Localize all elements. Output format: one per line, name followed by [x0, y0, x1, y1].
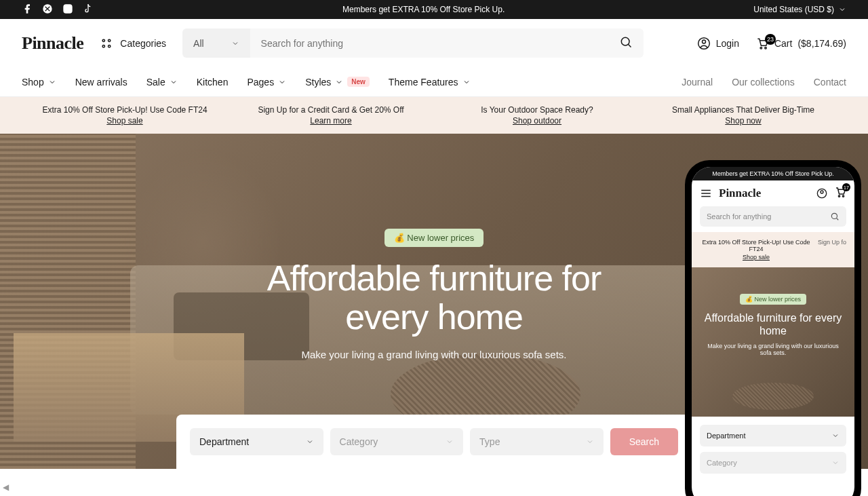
nav-item-styles[interactable]: StylesNew	[305, 77, 370, 88]
x-icon[interactable]	[42, 3, 53, 16]
promo-item: Extra 10% Off Store Pick-Up! Use Code FT…	[22, 105, 228, 126]
cart-label: Cart	[774, 38, 792, 49]
svg-point-10	[702, 40, 705, 43]
phone-finder-cat-label: Category	[707, 459, 737, 467]
nav-label: Shop	[22, 77, 44, 88]
promo-link[interactable]: Learn more	[228, 116, 434, 126]
chevron-down-icon	[306, 438, 314, 446]
svg-point-16	[842, 195, 844, 197]
top-bar: Members get EXTRA 10% Off Store Pick Up.…	[0, 0, 868, 19]
instagram-icon[interactable]	[62, 3, 73, 16]
promo-link[interactable]: Shop now	[640, 116, 846, 126]
locale-selector[interactable]: United States (USD $)	[753, 5, 846, 14]
search-category-select[interactable]: All	[182, 28, 250, 58]
chevron-down-icon	[170, 78, 178, 86]
nav-item-kitchen[interactable]: Kitchen	[197, 77, 229, 88]
categories-button[interactable]: Categories	[100, 37, 166, 50]
finder-department-label: Department	[199, 436, 249, 447]
svg-point-8	[621, 37, 629, 45]
nav-label: Theme Features	[389, 77, 458, 88]
nav-label: New arrivals	[75, 77, 127, 88]
user-icon[interactable]	[816, 188, 827, 199]
nav-label: Styles	[305, 77, 331, 88]
nav-item-theme-features[interactable]: Theme Features	[389, 77, 471, 88]
phone-search[interactable]: Search for anything	[700, 206, 846, 227]
nav-item-new-arrivals[interactable]: New arrivals	[75, 77, 127, 88]
facebook-icon[interactable]	[22, 3, 33, 16]
user-icon	[697, 37, 711, 50]
svg-point-11	[760, 47, 762, 49]
phone-screen: Members get EXTRA 10% Off Store Pick Up.…	[692, 167, 854, 469]
cart-button[interactable]: 23 Cart ($8,174.69)	[755, 37, 846, 50]
logo[interactable]: Pinnacle	[22, 33, 83, 54]
phone-hero-sub: Make your living a grand living with our…	[692, 343, 854, 356]
login-label: Login	[716, 38, 739, 49]
phone-promo: Extra 10% Off Store Pick-Up! Use Code FT…	[692, 232, 854, 267]
nav-item-our-collections[interactable]: Our collections	[732, 77, 795, 88]
hero-title-line1: Affordable furniture for	[267, 259, 601, 298]
chevron-down-icon	[831, 432, 840, 440]
chevron-down-icon	[231, 39, 239, 47]
tiktok-icon[interactable]	[83, 3, 94, 16]
nav-item-shop[interactable]: Shop	[22, 77, 56, 88]
phone-promo-link[interactable]: Shop sale	[700, 254, 812, 261]
chevron-down-icon	[831, 459, 840, 467]
finder-category-label: Category	[340, 436, 378, 447]
svg-point-5	[108, 39, 111, 41]
phone-header: Pinnacle 17	[692, 180, 854, 206]
phone-cart-badge: 17	[842, 183, 850, 191]
phone-promo-side: Sign Up fo	[818, 239, 846, 246]
hero-title-line2: every home	[345, 297, 523, 337]
nav-right: JournalOur collectionsContact	[682, 77, 846, 88]
finder-type-select[interactable]: Type	[470, 428, 604, 455]
chevron-down-icon	[586, 438, 594, 446]
menu-icon[interactable]	[700, 187, 712, 199]
nav-item-journal[interactable]: Journal	[682, 77, 713, 88]
nav-item-sale[interactable]: Sale	[146, 77, 178, 88]
finder-search-button[interactable]: Search	[610, 428, 678, 455]
phone-logo[interactable]: Pinnacle	[719, 187, 810, 200]
phone-finder-category[interactable]: Category	[700, 452, 846, 469]
svg-point-7	[108, 45, 111, 47]
svg-point-17	[831, 213, 837, 218]
locale-label: United States (USD $)	[753, 5, 834, 14]
promo-item: Is Your Outdoor Space Ready?Shop outdoor	[434, 105, 640, 126]
svg-point-2	[66, 7, 69, 10]
phone-search-placeholder: Search for anything	[707, 212, 771, 221]
phone-cart[interactable]: 17	[834, 186, 846, 201]
nav-label: Sale	[146, 77, 165, 88]
categories-label: Categories	[120, 38, 166, 49]
phone-finder-department[interactable]: Department	[700, 425, 846, 446]
chevron-down-icon	[462, 78, 471, 86]
phone-finder-dept-label: Department	[707, 432, 745, 440]
header-right: Login 23 Cart ($8,174.69)	[697, 37, 846, 50]
finder-category-select[interactable]: Category	[330, 428, 464, 455]
grid-icon	[100, 37, 113, 50]
login-button[interactable]: Login	[697, 37, 739, 50]
chevron-down-icon	[446, 438, 454, 446]
promo-link[interactable]: Shop outdoor	[434, 116, 640, 126]
search-icon	[619, 35, 633, 49]
svg-point-15	[838, 195, 840, 197]
finder-type-label: Type	[479, 436, 500, 447]
chevron-down-icon	[335, 78, 343, 86]
nav-left: ShopNew arrivalsSaleKitchenPagesStylesNe…	[22, 77, 471, 88]
phone-promo-title: Extra 10% Off Store Pick-Up! Use Code FT…	[703, 239, 810, 252]
promo-strip: Extra 10% Off Store Pick-Up! Use Code FT…	[0, 97, 868, 134]
search-icon	[830, 212, 840, 221]
nav-item-pages[interactable]: Pages	[247, 77, 286, 88]
search-button[interactable]	[608, 28, 644, 58]
finder-department-select[interactable]: Department	[190, 428, 323, 455]
promo-item: Sign Up for a Credit Card & Get 20% OffL…	[228, 105, 434, 126]
search-input[interactable]	[250, 28, 608, 58]
svg-point-6	[103, 45, 105, 47]
search-select-value: All	[193, 38, 204, 49]
product-finder: Department Category Type Search	[176, 415, 692, 469]
promo-link[interactable]: Shop sale	[22, 116, 228, 126]
svg-point-3	[70, 5, 71, 6]
header: Pinnacle Categories All Login 23 Cart ($…	[0, 19, 868, 67]
phone-mockup: Members get EXTRA 10% Off Store Pick Up.…	[685, 160, 861, 469]
nav-item-contact[interactable]: Contact	[814, 77, 846, 88]
svg-point-12	[765, 47, 767, 49]
cart-total: ($8,174.69)	[797, 38, 846, 49]
